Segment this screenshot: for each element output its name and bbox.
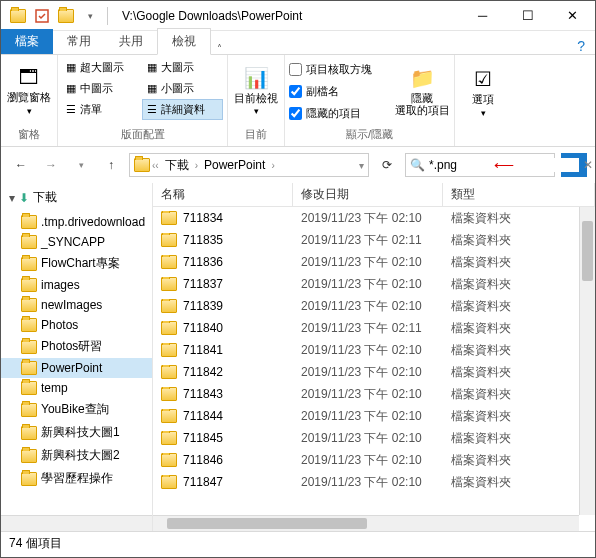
file-row[interactable]: 7118352019/11/23 下午 02:11檔案資料夾 <box>153 229 595 251</box>
nav-item[interactable]: FlowChart專案 <box>1 252 152 275</box>
close-button[interactable]: ✕ <box>550 1 595 31</box>
file-row[interactable]: 7118342019/11/23 下午 02:10檔案資料夾 <box>153 207 595 229</box>
check-extensions[interactable]: 副檔名 <box>289 81 392 102</box>
forward-button[interactable]: → <box>39 153 63 177</box>
nav-horizontal-scrollbar[interactable] <box>1 515 152 531</box>
vertical-scrollbar[interactable] <box>579 207 595 515</box>
nav-item[interactable]: temp <box>1 378 152 398</box>
tab-home[interactable]: 常用 <box>53 29 105 54</box>
layout-list[interactable]: ☰清單 <box>62 99 142 120</box>
group-label-current: 目前 <box>232 125 280 144</box>
file-row[interactable]: 7118362019/11/23 下午 02:10檔案資料夾 <box>153 251 595 273</box>
file-date-cell: 2019/11/23 下午 02:10 <box>293 298 443 315</box>
file-date-cell: 2019/11/23 下午 02:10 <box>293 386 443 403</box>
refresh-button[interactable]: ⟳ <box>375 153 399 177</box>
search-icon: 🔍 <box>410 158 425 172</box>
scrollbar-thumb[interactable] <box>582 221 593 281</box>
ribbon-tabs: 檔案 常用 共用 檢視 ˄ ? <box>1 31 595 55</box>
search-box[interactable]: 🔍 ⟵ ✕ <box>405 153 555 177</box>
file-row[interactable]: 7118392019/11/23 下午 02:10檔案資料夾 <box>153 295 595 317</box>
file-row[interactable]: 7118442019/11/23 下午 02:10檔案資料夾 <box>153 405 595 427</box>
chevron-icon[interactable]: › <box>195 160 198 171</box>
properties-icon[interactable] <box>31 5 53 27</box>
chevron-icon[interactable]: › <box>271 160 274 171</box>
layout-extra-large[interactable]: ▦超大圖示 <box>62 57 143 78</box>
file-row[interactable]: 7118462019/11/23 下午 02:10檔案資料夾 <box>153 449 595 471</box>
file-row[interactable]: 7118472019/11/23 下午 02:10檔案資料夾 <box>153 471 595 493</box>
nav-item[interactable]: newImages <box>1 295 152 315</box>
nav-item[interactable]: Photos <box>1 315 152 335</box>
up-button[interactable]: ↑ <box>99 153 123 177</box>
folder-icon <box>21 235 37 249</box>
nav-item-label: PowerPoint <box>41 361 102 375</box>
check-item-boxes[interactable]: 項目核取方塊 <box>289 59 392 80</box>
tab-file[interactable]: 檔案 <box>1 29 53 54</box>
file-row[interactable]: 7118422019/11/23 下午 02:10檔案資料夾 <box>153 361 595 383</box>
nav-item[interactable]: images <box>1 275 152 295</box>
nav-item-label: _SYNCAPP <box>41 235 105 249</box>
folder-icon <box>21 426 37 440</box>
folder-icon <box>21 257 37 271</box>
chevron-icon[interactable]: ‹‹ <box>152 160 159 171</box>
nav-section-header[interactable]: ▾ ⬇ 下載 <box>1 183 152 212</box>
nav-item[interactable]: 新興科技大圖2 <box>1 444 152 467</box>
nav-item-label: newImages <box>41 298 102 312</box>
options-button[interactable]: ☑ 選項 ▾ <box>459 60 507 126</box>
breadcrumb-item[interactable]: PowerPoint <box>200 158 269 172</box>
current-view-button[interactable]: 📊 目前檢視 ▾ <box>232 58 280 124</box>
minimize-button[interactable]: ─ <box>460 1 505 31</box>
hide-selected-button[interactable]: 📁 隱藏選取的項目 <box>394 58 450 124</box>
ribbon: 🗔 瀏覽窗格 ▾ 窗格 ▦超大圖示 ▦大圖示 ▦中圖示 ▦小圖示 ☰清單 ☰詳細… <box>1 55 595 147</box>
navigation-pane: ▾ ⬇ 下載 .tmp.drivedownload_SYNCAPPFlowCha… <box>1 183 153 531</box>
file-row[interactable]: 7118372019/11/23 下午 02:10檔案資料夾 <box>153 273 595 295</box>
group-label-layout: 版面配置 <box>62 125 223 144</box>
tab-share[interactable]: 共用 <box>105 29 157 54</box>
nav-item[interactable]: YouBike查詢 <box>1 398 152 421</box>
column-type[interactable]: 類型 <box>443 183 595 206</box>
breadcrumb-dropdown-icon[interactable]: ▾ <box>359 160 364 171</box>
layout-small[interactable]: ▦小圖示 <box>143 78 224 99</box>
recent-dropdown[interactable]: ▾ <box>69 153 93 177</box>
maximize-button[interactable]: ☐ <box>505 1 550 31</box>
folder-icon <box>161 365 177 379</box>
explorer-icon[interactable] <box>7 5 29 27</box>
clear-search-icon[interactable]: ✕ <box>583 158 593 172</box>
nav-item[interactable]: 學習歷程操作 <box>1 467 152 490</box>
nav-item[interactable]: PowerPoint <box>1 358 152 378</box>
tab-view[interactable]: 檢視 <box>157 28 211 55</box>
column-name[interactable]: 名稱 <box>153 183 293 206</box>
sort-icon: 📊 <box>244 66 269 90</box>
folder-icon <box>161 299 177 313</box>
nav-tree: .tmp.drivedownload_SYNCAPPFlowChart專案ima… <box>1 212 152 490</box>
breadcrumb[interactable]: ‹‹ 下載 › PowerPoint › ▾ <box>129 153 369 177</box>
qat-dropdown-icon[interactable]: ▾ <box>79 5 101 27</box>
new-folder-icon[interactable] <box>55 5 77 27</box>
nav-item[interactable]: Photos研習 <box>1 335 152 358</box>
folder-icon <box>161 255 177 269</box>
layout-large[interactable]: ▦大圖示 <box>143 57 224 78</box>
help-icon[interactable]: ? <box>567 38 595 54</box>
layout-medium[interactable]: ▦中圖示 <box>62 78 143 99</box>
horizontal-scrollbar[interactable] <box>153 515 579 531</box>
file-row[interactable]: 7118402019/11/23 下午 02:11檔案資料夾 <box>153 317 595 339</box>
file-row[interactable]: 7118412019/11/23 下午 02:10檔案資料夾 <box>153 339 595 361</box>
layout-details[interactable]: ☰詳細資料 <box>142 99 224 120</box>
nav-item-label: Photos研習 <box>41 338 102 355</box>
file-row[interactable]: 7118432019/11/23 下午 02:10檔案資料夾 <box>153 383 595 405</box>
back-button[interactable]: ← <box>9 153 33 177</box>
nav-item[interactable]: .tmp.drivedownload <box>1 212 152 232</box>
scrollbar-thumb[interactable] <box>167 518 367 529</box>
file-type-cell: 檔案資料夾 <box>443 408 595 425</box>
nav-item[interactable]: 新興科技大圖1 <box>1 421 152 444</box>
check-hidden[interactable]: 隱藏的項目 <box>289 103 392 124</box>
nav-item[interactable]: _SYNCAPP <box>1 232 152 252</box>
file-date-cell: 2019/11/23 下午 02:11 <box>293 320 443 337</box>
ribbon-collapse-icon[interactable]: ˄ <box>211 43 228 54</box>
file-type-cell: 檔案資料夾 <box>443 364 595 381</box>
file-row[interactable]: 7118452019/11/23 下午 02:10檔案資料夾 <box>153 427 595 449</box>
breadcrumb-item[interactable]: 下載 <box>161 157 193 174</box>
file-list-pane: 名稱 修改日期 類型 7118342019/11/23 下午 02:10檔案資料… <box>153 183 595 531</box>
column-date[interactable]: 修改日期 <box>293 183 443 206</box>
file-name-cell: 711839 <box>153 299 293 313</box>
nav-pane-button[interactable]: 🗔 瀏覽窗格 ▾ <box>5 58 53 124</box>
